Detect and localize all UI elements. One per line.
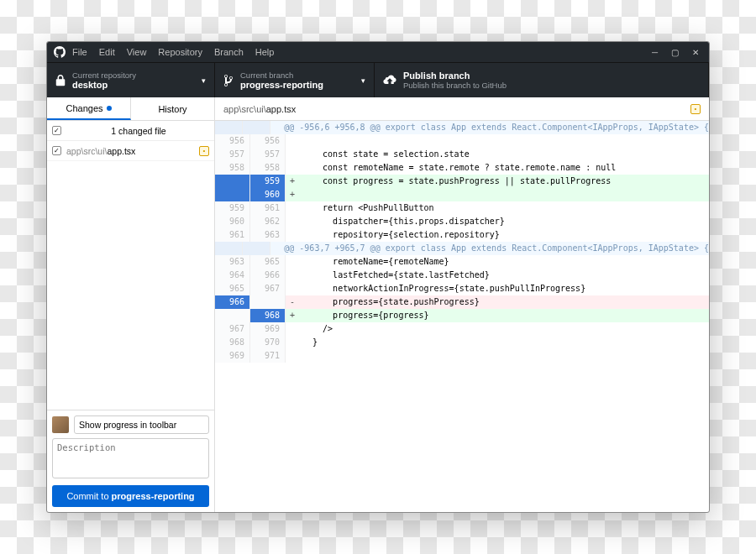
changed-file-row[interactable]: ✓ app\src\ui\app.tsx • [47,141,214,161]
commit-summary-input[interactable] [74,416,209,434]
diff-line[interactable]: 960+ [215,188,709,201]
repo-selector-sublabel: Current repository [72,71,136,80]
modified-badge-icon: • [690,104,701,114]
titlebar: FileEditViewRepositoryBranchHelp ─ ▢ ✕ [47,42,709,62]
commit-description-input[interactable] [52,438,209,478]
branch-icon [223,74,234,87]
close-button[interactable]: ✕ [692,48,699,57]
diff-line[interactable]: 968970 } [215,336,709,349]
diff-line[interactable]: 959961 return <PushPullButton [215,201,709,215]
publish-sublabel: Publish this branch to GitHub [403,81,507,90]
chevron-down-icon: ▾ [361,76,365,85]
file-path: app\src\ui\app.tsx [66,146,135,156]
file-checkbox[interactable]: ✓ [52,146,61,155]
sidebar: Changes History ✓ 1 changed file ✓ app\s… [47,97,215,512]
maximize-button[interactable]: ▢ [671,48,679,57]
diff-line[interactable]: 968+ progress={progress} [215,309,709,322]
diff-panel: app\src\ui\app.tsx • @@ -956,6 +956,8 @@… [215,97,709,512]
menu-view[interactable]: View [127,47,147,57]
toolbar: Current repository desktop ▾ Current bra… [47,62,709,97]
diff-line[interactable]: 958958 const remoteName = state.remote ?… [215,161,709,175]
lock-icon [55,75,66,86]
menu-branch[interactable]: Branch [214,47,244,57]
branch-selector[interactable]: Current branch progress-reporting ▾ [215,63,375,97]
tab-changes[interactable]: Changes [47,97,131,120]
commit-box: Commit to progress-reporting [47,410,214,512]
diff-line[interactable]: 956956 [215,134,709,148]
changes-indicator-icon [107,106,112,111]
diff-line[interactable]: 963965 remoteName={remoteName} [215,255,709,269]
select-all-checkbox[interactable]: ✓ [52,126,61,135]
cloud-upload-icon [383,75,396,86]
menu-help[interactable]: Help [255,47,275,57]
branch-selector-name: progress-reporting [240,80,323,90]
changed-files-count: 1 changed file [68,126,209,136]
diff-line[interactable]: 969971 [215,349,709,363]
menubar: FileEditViewRepositoryBranchHelp [72,47,274,57]
diff-line[interactable]: 960962 dispatcher={this.props.dispatcher… [215,215,709,228]
menu-edit[interactable]: Edit [99,47,115,57]
diff-line[interactable]: 959+ const progress = state.pushProgress… [215,175,709,188]
diff-view[interactable]: @@ -956,6 +956,8 @@ export class App ext… [215,121,709,512]
diff-line[interactable]: @@ -956,6 +956,8 @@ export class App ext… [215,121,709,134]
minimize-button[interactable]: ─ [652,48,658,57]
diff-line[interactable]: 967969 /> [215,322,709,336]
diff-line[interactable]: 965967 networkActionInProgress={state.pu… [215,282,709,295]
modified-badge-icon: • [199,146,209,156]
publish-label: Publish branch [403,71,507,81]
tab-history[interactable]: History [131,97,214,120]
menu-repository[interactable]: Repository [158,47,202,57]
diff-line[interactable]: 964966 lastFetched={state.lastFetched} [215,269,709,282]
repo-selector-name: desktop [72,80,136,90]
avatar [52,416,69,433]
diff-line[interactable]: 961963 repository={selection.repository} [215,228,709,242]
publish-button[interactable]: Publish branch Publish this branch to Gi… [375,63,709,97]
diff-line[interactable]: @@ -963,7 +965,7 @@ export class App ext… [215,242,709,255]
app-window: FileEditViewRepositoryBranchHelp ─ ▢ ✕ C… [46,41,710,513]
file-path-bar: app\src\ui\app.tsx • [215,97,709,121]
diff-line[interactable]: 957957 const state = selection.state [215,148,709,161]
github-logo-icon [54,46,66,58]
diff-line[interactable]: 966- progress={state.pushProgress} [215,295,709,309]
chevron-down-icon: ▾ [202,76,206,85]
repo-selector[interactable]: Current repository desktop ▾ [47,63,215,97]
menu-file[interactable]: File [72,47,87,57]
branch-selector-sublabel: Current branch [240,71,323,80]
changes-header: ✓ 1 changed file [47,121,214,141]
commit-button[interactable]: Commit to progress-reporting [52,485,209,507]
